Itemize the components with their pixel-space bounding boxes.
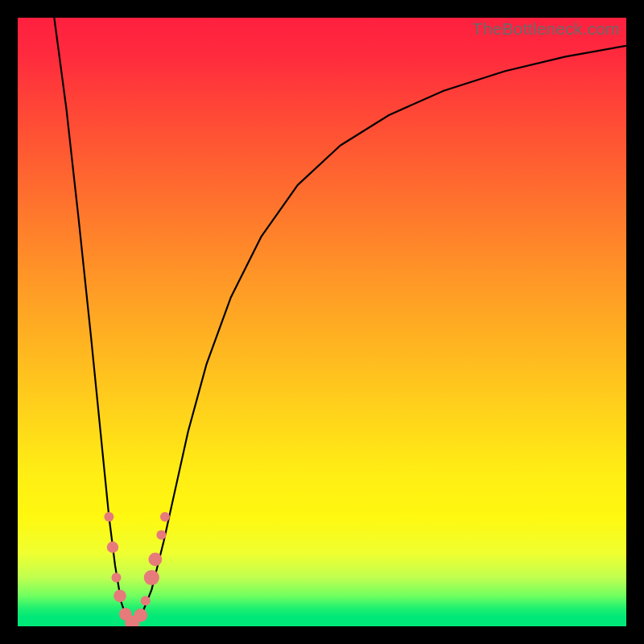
highlight-dot bbox=[148, 552, 162, 566]
highlight-dot bbox=[160, 512, 170, 522]
bottleneck-curve bbox=[54, 18, 626, 625]
plot-area: TheBottleneck.com bbox=[18, 18, 626, 626]
highlight-dot bbox=[107, 542, 118, 553]
highlight-dot bbox=[156, 530, 166, 540]
highlight-dot bbox=[144, 570, 159, 585]
highlight-dots bbox=[104, 512, 170, 626]
highlight-dot bbox=[111, 573, 121, 583]
highlight-dot bbox=[114, 589, 126, 602]
curve-layer bbox=[18, 18, 626, 626]
chart-frame: TheBottleneck.com bbox=[0, 0, 644, 644]
highlight-dot bbox=[141, 596, 151, 605]
highlight-dot bbox=[104, 512, 114, 522]
highlight-dot bbox=[134, 609, 147, 622]
